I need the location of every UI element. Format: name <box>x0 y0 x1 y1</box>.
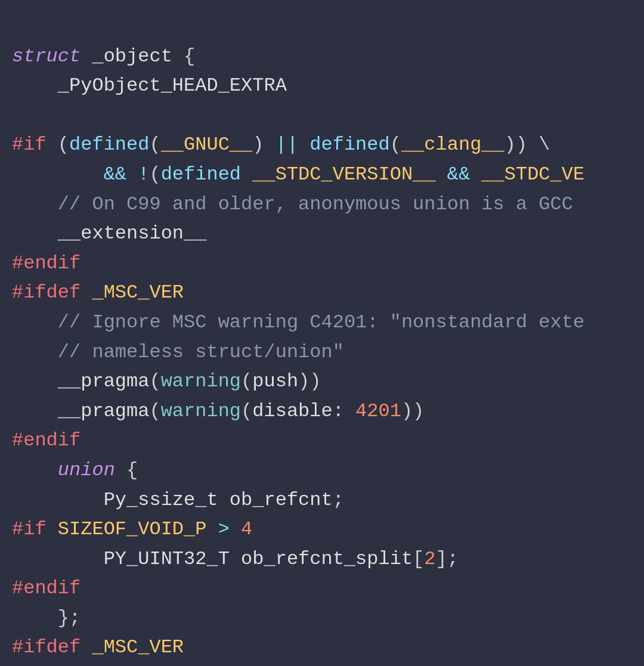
line-17: #if SIZEOF_VOID_P > 4 <box>12 518 252 540</box>
line-4: #if (defined(__GNUC__) || defined(__clan… <box>12 134 550 156</box>
line-11: // nameless struct/union" <box>12 341 344 363</box>
line-1: struct _object { <box>12 45 195 67</box>
line-20: }; <box>12 607 80 629</box>
line-6: // On C99 and older, anonymous union is … <box>12 193 573 215</box>
line-13: __pragma(warning(disable: 4201)) <box>12 400 424 422</box>
line-21: #ifdef _MSC_VER <box>12 636 184 658</box>
line-8: #endif <box>12 252 80 274</box>
line-15: union { <box>12 459 138 481</box>
line-14: #endif <box>12 429 80 451</box>
line-9: #ifdef _MSC_VER <box>12 281 184 303</box>
code-display: struct _object { _PyObject_HEAD_EXTRA #i… <box>12 12 644 666</box>
line-18: PY_UINT32_T ob_refcnt_split[2]; <box>12 548 459 570</box>
line-12: __pragma(warning(push)) <box>12 370 321 392</box>
line-19: #endif <box>12 577 80 599</box>
line-10: // Ignore MSC warning C4201: "nonstandar… <box>12 311 584 333</box>
line-2: _PyObject_HEAD_EXTRA <box>12 75 287 97</box>
line-16: Py_ssize_t ob_refcnt; <box>12 489 344 511</box>
line-5: && !(defined __STDC_VERSION__ && __STDC_… <box>12 163 584 185</box>
line-7: __extension__ <box>12 222 206 244</box>
